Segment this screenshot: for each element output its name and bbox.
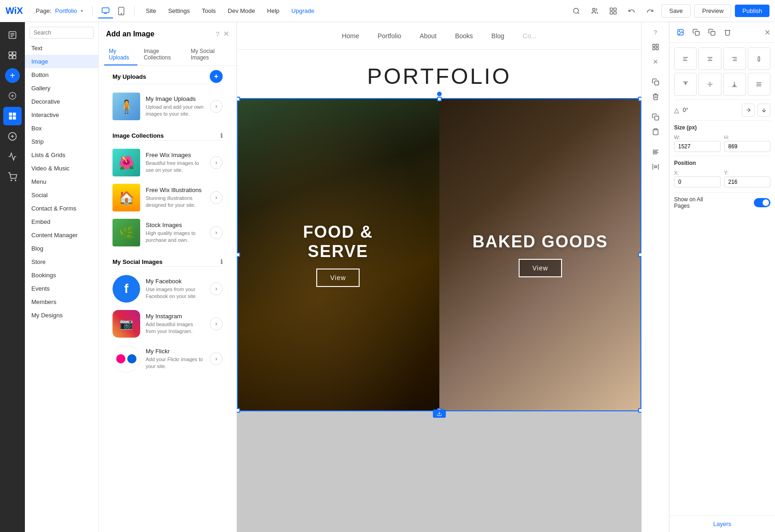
sidebar-apps-btn[interactable] [3,87,22,105]
panel-item-decorative[interactable]: Decorative [25,95,98,108]
props-valign-top-icon[interactable] [674,73,697,95]
preview-button[interactable]: Preview [694,4,731,18]
dialog-help-icon[interactable]: ? [216,30,219,38]
baked-view-btn[interactable]: View [519,259,562,277]
flickr-arrow[interactable]: › [210,352,223,365]
tab-my-social[interactable]: My Social Images [186,44,231,65]
panel-item-text[interactable]: Text [25,41,98,55]
free-wix-arrow[interactable]: › [210,156,223,169]
panel-item-store[interactable]: Store [25,255,98,269]
panel-item-menu[interactable]: Menu [25,175,98,188]
right-panel-grid-icon[interactable] [649,41,662,53]
free-wix-images-item[interactable]: 🌺 Free Wix Images Beautiful free images … [112,145,223,180]
stock-images-item[interactable]: 🌿 Stock Images High quality images to pu… [112,215,223,250]
sidebar-seo-btn[interactable] [3,147,22,166]
props-align-right-icon[interactable] [723,47,746,70]
nav-books[interactable]: Books [455,30,473,41]
sidebar-add-btn[interactable]: + [5,68,20,83]
food-view-btn[interactable]: View [316,269,360,287]
props-icon-delete[interactable] [721,26,734,39]
panel-item-lists[interactable]: Lists & Grids [25,148,98,162]
height-input[interactable] [724,141,771,152]
sidebar-store-btn[interactable] [3,168,22,186]
my-facebook-item[interactable]: f My Facebook Use images from your Faceb… [112,271,223,306]
nav-blog[interactable]: Blog [491,30,504,41]
panel-item-events[interactable]: Events [25,282,98,295]
nav-about[interactable]: About [420,30,437,41]
props-distribute-icon[interactable] [748,47,770,70]
right-panel-copy-icon[interactable] [649,76,662,88]
tab-my-uploads[interactable]: My Uploads [104,44,137,65]
desktop-view-btn[interactable] [98,4,113,18]
upgrade-btn[interactable]: Upgrade [286,5,320,17]
sidebar-media-btn[interactable] [3,107,22,125]
settings-menu[interactable]: Settings [163,5,195,17]
panel-item-image[interactable]: Image [25,55,98,68]
flip-v-icon[interactable] [757,104,770,117]
portfolio-item-food[interactable]: FOOD &SERVE View [237,98,439,411]
tab-image-collections[interactable]: Image Collections [139,44,184,65]
right-panel-help-icon[interactable]: ? [649,26,662,39]
upload-add-btn[interactable]: + [210,70,223,83]
panel-item-contact[interactable]: Contact & Forms [25,202,98,215]
help-menu[interactable]: Help [261,5,285,17]
facebook-arrow[interactable]: › [210,282,223,295]
stock-arrow[interactable]: › [210,226,223,239]
panel-item-social[interactable]: Social [25,188,98,202]
upload-item-arrow-1[interactable]: › [210,100,223,113]
props-valign-bot-icon[interactable] [723,73,746,95]
props-align-center-icon[interactable] [698,47,721,70]
right-panel-copy2-icon[interactable] [649,111,662,123]
panel-search-input[interactable] [30,27,94,39]
width-input[interactable] [674,141,721,152]
tools-menu[interactable]: Tools [196,5,221,17]
right-panel-paste-icon[interactable] [649,125,662,138]
dev-mode-menu[interactable]: Dev Mode [222,5,260,17]
y-input[interactable] [724,176,771,187]
flip-h-icon[interactable] [742,104,755,117]
illustrations-arrow[interactable]: › [210,191,223,204]
panel-item-button[interactable]: Button [25,68,98,82]
instagram-arrow[interactable]: › [210,317,223,330]
panel-item-members[interactable]: Members [25,295,98,309]
redo-btn[interactable] [643,4,657,18]
props-spacing-icon[interactable] [748,73,770,95]
panel-item-video[interactable]: Video & Music [25,162,98,175]
sidebar-design-btn[interactable] [3,46,22,64]
props-close-btn[interactable]: ✕ [764,28,770,37]
free-wix-illustrations-item[interactable]: 🏠 Free Wix Illustrations Stunning illust… [112,180,223,215]
panel-item-interactive[interactable]: Interactive [25,108,98,122]
mobile-view-btn[interactable] [114,4,129,18]
right-panel-close-icon[interactable]: ✕ [649,55,662,68]
page-selector[interactable]: Page: Portfolio ▾ [32,6,87,16]
sidebar-blog-btn[interactable] [3,127,22,146]
team-btn[interactable] [587,4,602,18]
props-align-left-icon[interactable] [674,47,697,70]
right-panel-delete-icon[interactable] [649,90,662,103]
extensions-btn[interactable] [606,4,621,18]
layers-button[interactable]: Layers [669,515,775,532]
props-icon-image[interactable] [674,26,687,39]
my-image-uploads-item[interactable]: 🧍 My Image Uploads Upload and add your o… [112,89,223,124]
publish-button[interactable]: Publish [735,5,769,17]
right-panel-align-icon[interactable] [649,146,662,158]
collections-info-icon[interactable]: ℹ [220,132,223,139]
portfolio-item-baked[interactable]: BAKED GOODS View [439,98,642,411]
panel-item-gallery[interactable]: Gallery [25,82,98,95]
panel-item-box[interactable]: Box [25,122,98,135]
my-instagram-item[interactable]: 📷 My Instagram Add beautiful images from… [112,306,223,341]
social-info-icon[interactable]: ℹ [220,258,223,265]
undo-btn[interactable] [624,4,639,18]
panel-item-embed[interactable]: Embed [25,215,98,228]
props-valign-mid-icon[interactable] [698,73,721,95]
panel-item-strip[interactable]: Strip [25,135,98,148]
nav-home[interactable]: Home [342,30,359,41]
panel-item-content[interactable]: Content Manager [25,228,98,242]
show-all-switch[interactable] [754,198,770,207]
x-input[interactable] [674,176,721,187]
site-menu[interactable]: Site [140,5,161,17]
panel-item-mydesigns[interactable]: My Designs [25,309,98,322]
panel-item-blog[interactable]: Blog [25,242,98,255]
nav-portfolio[interactable]: Portfolio [378,30,401,41]
props-icon-copy2[interactable] [705,26,718,39]
